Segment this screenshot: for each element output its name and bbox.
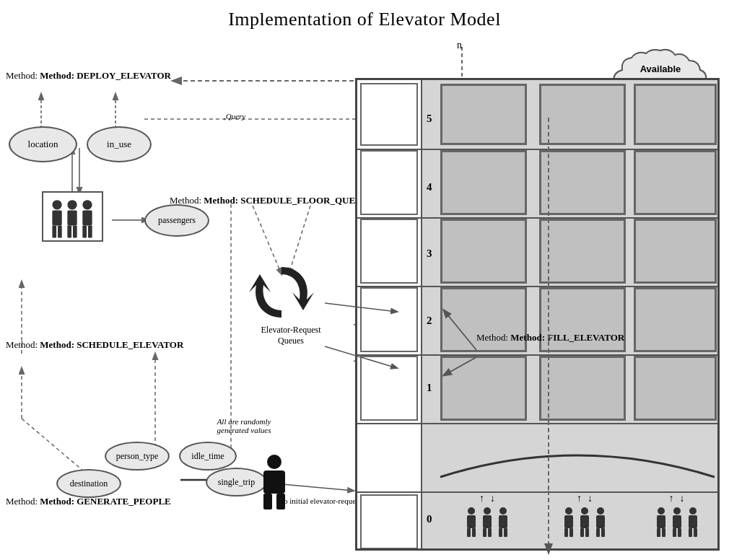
random-values-label: All are randomly generated values bbox=[193, 417, 294, 434]
generate-people-label: Method: Method: GENERATE_PEOPLE bbox=[6, 494, 171, 507]
svg-point-60 bbox=[597, 507, 604, 515]
svg-point-68 bbox=[673, 507, 681, 515]
floor-4-label: 4 bbox=[427, 181, 432, 193]
svg-rect-51 bbox=[504, 528, 507, 537]
svg-point-44 bbox=[484, 507, 491, 515]
svg-rect-30 bbox=[67, 225, 71, 237]
svg-rect-66 bbox=[657, 528, 660, 537]
svg-point-40 bbox=[468, 507, 475, 515]
svg-rect-62 bbox=[596, 528, 600, 537]
svg-text:Available: Available bbox=[640, 64, 681, 74]
floor-2-label: 2 bbox=[427, 315, 432, 327]
schedule-elevator-label: Method: Method: SCHEDULE_ELEVATOR bbox=[6, 338, 183, 351]
deploy-elevator-label: Method: Method: DEPLOY_ELEVATOR bbox=[6, 69, 171, 82]
svg-rect-57 bbox=[580, 515, 589, 528]
person-type-ellipse: person_type bbox=[105, 442, 170, 471]
floor-5-label: 5 bbox=[427, 113, 432, 125]
svg-rect-54 bbox=[564, 528, 568, 537]
svg-rect-59 bbox=[585, 528, 589, 537]
svg-rect-34 bbox=[82, 225, 87, 237]
person-group-box bbox=[42, 191, 103, 242]
elevator-queues-label: Elevator-Request Queues bbox=[244, 325, 338, 346]
elevator-3-ground: ↑ ↓ bbox=[635, 493, 718, 551]
svg-rect-73 bbox=[689, 515, 697, 528]
svg-rect-38 bbox=[263, 494, 272, 509]
svg-rect-65 bbox=[657, 515, 665, 528]
svg-rect-31 bbox=[73, 225, 77, 237]
svg-rect-41 bbox=[467, 515, 476, 528]
svg-rect-69 bbox=[673, 515, 681, 528]
svg-rect-75 bbox=[694, 528, 697, 537]
svg-rect-53 bbox=[564, 515, 573, 528]
svg-rect-29 bbox=[67, 210, 77, 225]
svg-rect-26 bbox=[52, 225, 56, 237]
floor-1-label: 1 bbox=[427, 382, 432, 394]
svg-rect-49 bbox=[499, 515, 507, 528]
svg-point-32 bbox=[82, 200, 92, 209]
passengers-ellipse: passengers bbox=[144, 204, 209, 237]
svg-rect-74 bbox=[689, 528, 692, 537]
floor-0-label: 0 bbox=[427, 513, 432, 525]
fill-elevator-label: Method: Method: FILL_ELEVATOR bbox=[476, 331, 624, 344]
svg-point-28 bbox=[67, 200, 77, 209]
svg-point-64 bbox=[658, 507, 665, 515]
location-ellipse: location bbox=[9, 126, 77, 162]
svg-rect-55 bbox=[569, 528, 573, 537]
n-label: n bbox=[457, 40, 462, 51]
destination-ellipse: destination bbox=[56, 469, 121, 498]
svg-rect-67 bbox=[662, 528, 665, 537]
svg-rect-42 bbox=[467, 528, 471, 537]
in-use-ellipse: in_use bbox=[87, 126, 152, 162]
svg-rect-58 bbox=[580, 528, 584, 537]
svg-point-56 bbox=[581, 507, 588, 515]
svg-rect-25 bbox=[52, 210, 61, 225]
svg-point-36 bbox=[267, 455, 281, 469]
elevator-2-ground: ↑ ↓ bbox=[541, 493, 628, 551]
svg-point-72 bbox=[689, 507, 697, 515]
svg-point-52 bbox=[565, 507, 572, 515]
svg-rect-45 bbox=[483, 515, 492, 528]
svg-rect-33 bbox=[82, 210, 92, 225]
building: 5 4 3 2 1 0 ↑ ↓ bbox=[355, 78, 720, 551]
floor-3-label: 3 bbox=[427, 248, 432, 260]
schedule-floor-label: Method: Method: SCHEDULE_FLOOR_QUEUES bbox=[170, 193, 373, 206]
svg-rect-27 bbox=[58, 225, 62, 237]
elevator-1-ground: ↑ ↓ bbox=[444, 493, 531, 551]
svg-rect-61 bbox=[596, 515, 605, 528]
svg-rect-35 bbox=[88, 225, 92, 237]
svg-point-24 bbox=[52, 200, 61, 209]
svg-rect-50 bbox=[499, 528, 502, 537]
svg-rect-37 bbox=[263, 471, 285, 494]
query-label: ,Query bbox=[224, 112, 245, 121]
svg-rect-46 bbox=[483, 528, 486, 537]
svg-rect-70 bbox=[673, 528, 676, 537]
svg-rect-47 bbox=[488, 528, 492, 537]
svg-rect-43 bbox=[472, 528, 476, 537]
idle-time-ellipse: idle_time bbox=[179, 442, 237, 471]
svg-point-48 bbox=[499, 507, 507, 515]
recycle-arrows-icon bbox=[245, 260, 318, 318]
svg-rect-63 bbox=[601, 528, 605, 537]
page-title: Implementation of Elevator Model bbox=[0, 0, 729, 30]
svg-rect-71 bbox=[678, 528, 681, 537]
